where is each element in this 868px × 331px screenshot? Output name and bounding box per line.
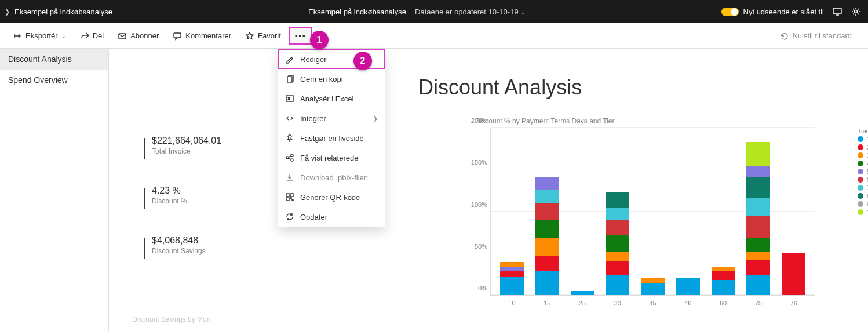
bar-segment-tier1 (676, 278, 700, 295)
bar-segment-tier1 (571, 291, 595, 295)
bar-segment-tier1 (606, 275, 629, 295)
y-tick-label: 100% (468, 201, 487, 208)
kpi-discount-savings[interactable]: $4,068,848Discount Savings (144, 235, 221, 259)
sidebar-item-spend-overview[interactable]: Spend Overview (0, 70, 108, 90)
stacked-bar-chart[interactable]: Discount % by Payment Terms Days and Tie… (468, 117, 839, 307)
star-icon (245, 31, 254, 41)
legend-item-8[interactable]: 8 (858, 192, 868, 199)
favorite-button[interactable]: Favorit (239, 28, 287, 44)
svg-rect-10 (290, 194, 293, 197)
truncated-visual-label: Discount Savings by Mon (132, 315, 210, 323)
sidebar-item-discount-analysis[interactable]: Discount Analysis (0, 49, 108, 70)
legend-item-2[interactable]: 2 (858, 144, 868, 151)
x-tick-label: 46 (676, 300, 700, 307)
svg-point-7 (291, 154, 293, 157)
refresh-icon (285, 212, 294, 221)
x-tick-label: 76 (782, 300, 805, 307)
action-toolbar: Eksportér ⌄ Del Abonner Kommentarer Favo… (0, 23, 868, 49)
bar-segment-tier3 (500, 262, 524, 266)
download-icon (285, 173, 294, 182)
bar-segment-tier3 (641, 278, 665, 283)
x-tick-label: 15 (535, 300, 559, 307)
y-tick-label: 200% (468, 117, 487, 124)
bar-segment-tier3 (606, 252, 629, 261)
menu-item-refresh[interactable]: Opdater (278, 207, 385, 227)
bar-25[interactable]: 25 (571, 291, 595, 295)
comments-button[interactable]: Kommentarer (167, 28, 237, 44)
more-options-button[interactable]: ••• (289, 27, 312, 45)
menu-item-embed[interactable]: Integrer❯ (278, 108, 385, 128)
bar-segment-tier6 (606, 220, 629, 235)
svg-rect-0 (833, 8, 841, 14)
bar-30[interactable]: 30 (606, 192, 629, 295)
legend-title: Tier (858, 128, 868, 134)
bar-segment-tier1 (500, 277, 524, 295)
data-updated-label[interactable]: Dataene er opdateret 10-10-19⌄ (410, 8, 526, 16)
bar-segment-tier5 (535, 177, 559, 190)
menu-item-excel[interactable]: Analysér i Excel (278, 89, 385, 108)
bar-segment-tier3 (746, 252, 770, 260)
more-options-menu: RedigerGem en kopiAnalysér i ExcelIntegr… (278, 49, 385, 227)
bar-60[interactable]: 60 (712, 267, 735, 295)
legend-item-3[interactable]: 3 (858, 152, 868, 159)
menu-item-qr[interactable]: Generér QR-kode (278, 187, 385, 207)
legend-item-10[interactable]: 10 (858, 209, 868, 216)
breadcrumb[interactable]: ❯ Eksempel på indkøbsanalyse (5, 8, 112, 16)
gear-icon[interactable] (851, 6, 861, 17)
legend-item-5[interactable]: 5 (858, 168, 868, 175)
bar-segment-tier6 (535, 203, 559, 220)
share-button[interactable]: Del (74, 28, 110, 44)
screen-icon[interactable] (832, 6, 843, 17)
legend-item-7[interactable]: 7 (858, 184, 868, 191)
bar-segment-tier2 (746, 260, 770, 275)
svg-rect-11 (286, 198, 289, 201)
chevron-down-icon: ⌄ (61, 32, 66, 39)
excel-icon (285, 94, 294, 103)
new-look-toggle[interactable]: Nyt udseende er slået til (721, 8, 824, 16)
bar-10[interactable]: 10 (500, 262, 524, 295)
x-tick-label: 30 (606, 300, 629, 307)
bar-segment-tier4 (746, 238, 770, 251)
x-tick-label: 25 (571, 300, 595, 307)
svg-rect-5 (286, 96, 293, 101)
bar-segment-tier2 (712, 271, 735, 280)
legend-item-4[interactable]: 4 (858, 160, 868, 167)
svg-rect-13 (292, 199, 293, 201)
bar-45[interactable]: 45 (641, 278, 665, 295)
copy-icon (285, 74, 294, 83)
page-title: Discount Analysis (418, 75, 854, 100)
swatch-icon (858, 144, 863, 150)
kpi-discount-pct[interactable]: 4.23 %Discount % (144, 185, 221, 209)
menu-item-download[interactable]: Download .pbix-filen (278, 168, 385, 187)
menu-item-related[interactable]: Få vist relaterede (278, 148, 385, 168)
kpi-total-invoice[interactable]: $221,664,064.01Total Invoice (144, 136, 221, 159)
menu-item-pin[interactable]: Fastgør en liveside (278, 128, 385, 148)
bar-15[interactable]: 15 (535, 177, 559, 295)
reset-button[interactable]: Nulstil til standard (774, 28, 858, 44)
swatch-icon (858, 201, 863, 207)
edit-icon (285, 54, 294, 64)
bar-segment-tier7 (606, 208, 629, 219)
toggle-switch[interactable] (721, 8, 739, 16)
export-button[interactable]: Eksportér ⌄ (7, 28, 72, 44)
legend-item-1[interactable]: 1 (858, 136, 868, 143)
bar-segment-tier2 (535, 256, 559, 271)
workspace-title: Eksempel på indkøbsanalyse (308, 8, 406, 16)
bar-76[interactable]: 76 (782, 253, 805, 296)
bar-segment-tier3 (712, 267, 735, 271)
legend-item-9[interactable]: 9 (858, 201, 868, 208)
bar-segment-tier4 (535, 220, 559, 238)
bar-segment-tier10 (746, 142, 770, 166)
swatch-icon (858, 185, 863, 191)
subscribe-button[interactable]: Abonner (112, 28, 165, 44)
svg-rect-4 (287, 77, 292, 82)
legend-item-6[interactable]: 6 (858, 176, 868, 183)
callout-badge-2: 2 (353, 52, 372, 70)
menu-item-copy[interactable]: Gem en kopi (278, 69, 385, 89)
chart-legend: Tier 12345678910 (858, 128, 868, 217)
page-nav-sidebar: Discount Analysis Spend Overview (0, 49, 109, 331)
bar-segment-tier2 (500, 271, 524, 277)
chevron-right-icon: ❯ (373, 115, 378, 122)
bar-75[interactable]: 75 (746, 142, 770, 295)
bar-46[interactable]: 46 (676, 278, 700, 295)
